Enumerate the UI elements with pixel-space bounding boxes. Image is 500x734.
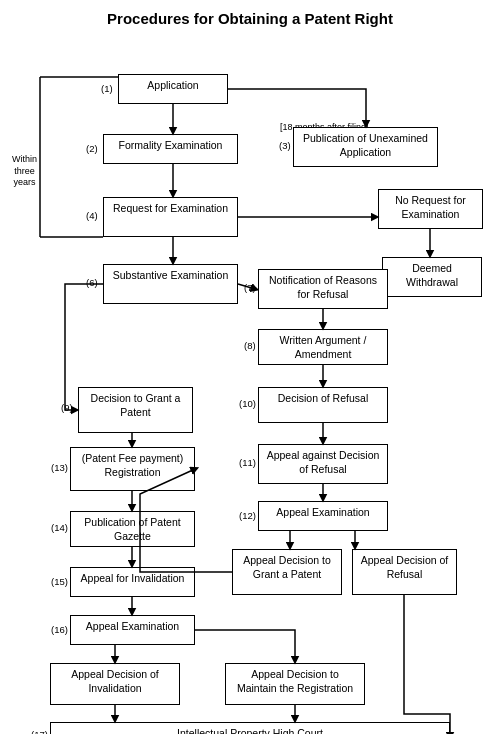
- request-box: (4) Request for Examination: [103, 197, 238, 237]
- appeal-decision-inv-box: Appeal Decision of Invalidation: [50, 663, 180, 705]
- appeal-against-box: (11) Appeal against Decision of Refusal: [258, 444, 388, 484]
- appeal-exam-box: (12) Appeal Examination: [258, 501, 388, 531]
- decision-grant-box: (9) Decision to Grant a Patent: [78, 387, 193, 433]
- appeal-maintain-box: Appeal Decision to Maintain the Registra…: [225, 663, 365, 705]
- page-title: Procedures for Obtaining a Patent Right: [10, 10, 490, 27]
- appeal-refusal-box: Appeal Decision of Refusal: [352, 549, 457, 595]
- application-box: (1) Application: [118, 74, 228, 104]
- appeal-exam2-box: (16) Appeal Examination: [70, 615, 195, 645]
- publication-gazette-box: (14) Publication of Patent Gazette: [70, 511, 195, 547]
- appeal-grant-box: Appeal Decision to Grant a Patent: [232, 549, 342, 595]
- substantive-box: (6) Substantive Examination: [103, 264, 238, 304]
- notification-box: (7) Notification of Reasons for Refusal: [258, 269, 388, 309]
- publication-box: (3) Publication of Unexamined Applicatio…: [293, 127, 438, 167]
- registration-box: (13) (Patent Fee payment) Registration: [70, 447, 195, 491]
- appeal-invalidation-box: (15) Appeal for Invalidation: [70, 567, 195, 597]
- within-three-years-label: Withinthreeyears: [12, 154, 37, 189]
- deemed-box: (5) Deemed Withdrawal: [382, 257, 482, 297]
- no-request-box: No Request for Examination: [378, 189, 483, 229]
- ip-high-court-box: (17) Intellectual Property High Court: [50, 722, 450, 734]
- formality-box: (2) Formality Examination: [103, 134, 238, 164]
- decision-refusal-box: (10) Decision of Refusal: [258, 387, 388, 423]
- written-box: (8) Written Argument / Amendment: [258, 329, 388, 365]
